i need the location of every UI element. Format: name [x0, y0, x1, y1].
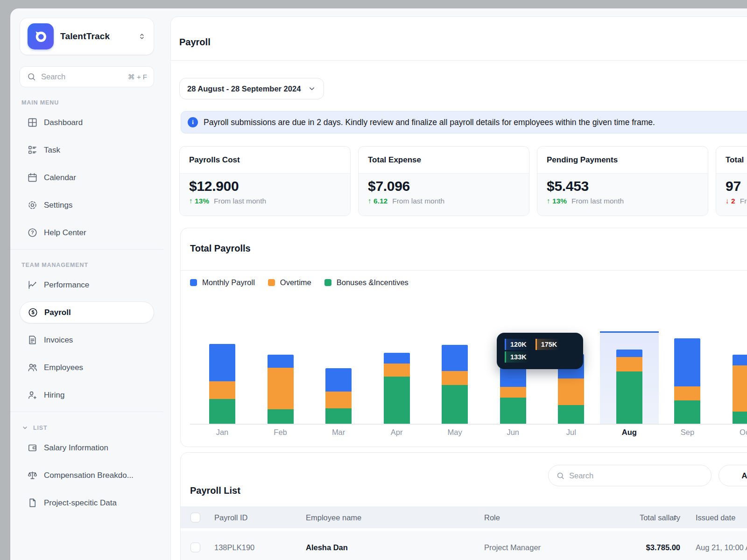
section-label-team-management: TEAM MANAGEMENT [21, 262, 152, 268]
stat-value: $5.453 [547, 178, 698, 194]
stat-caption: From last month [740, 197, 747, 205]
stacked-bar-chart: JanFebMarAprMayJunJulAugSepOct [181, 228, 747, 447]
bar-segment-bonuses-incentives [733, 412, 747, 424]
column-header-role: Role [484, 513, 500, 522]
date-range-select[interactable]: 28 August - 28 September 2024 [179, 78, 324, 99]
cell-role: Project Manager [484, 543, 541, 552]
select-all-checkbox[interactable] [190, 512, 200, 522]
section-label-list[interactable]: LIST [21, 424, 152, 431]
sidebar: TalentTrack Search ⌘ + F MAIN MENUDashbo… [10, 8, 163, 560]
sidebar-item-label: Performance [44, 280, 89, 290]
bar-segment-overtime [442, 371, 468, 385]
row-checkbox[interactable] [190, 543, 200, 553]
tooltip-value: 175K [536, 339, 563, 350]
table-search-input[interactable]: Search [548, 465, 712, 486]
stat-title: Payrolls Cost [180, 147, 350, 174]
sort-icon[interactable] [672, 514, 678, 521]
sidebar-item-payroll[interactable]: $Payroll [20, 301, 154, 323]
bar-segment-bonuses-incentives [384, 377, 410, 424]
info-icon: i [188, 117, 198, 127]
cell-payroll-id: 138PLK190 [214, 543, 254, 552]
bar-segment-monthly-payroll [325, 368, 352, 392]
payroll-icon: $ [28, 307, 38, 318]
sidebar-item-label: Invoices [44, 336, 73, 345]
task-icon [27, 145, 38, 155]
sidebar-item-salary-information[interactable]: Salary Information [20, 434, 154, 462]
sidebar-item-compensation-breakdo[interactable]: Compensation Breakdo... [20, 462, 154, 489]
invoices-icon [27, 335, 38, 345]
bar-sep[interactable] [674, 338, 700, 424]
bar-segment-bonuses-incentives [674, 400, 700, 424]
search-shortcut: ⌘ + F [128, 73, 147, 81]
bar-segment-bonuses-incentives [616, 371, 642, 424]
column-header-employee-name: Employee name [306, 513, 361, 522]
bar-feb[interactable] [268, 355, 294, 424]
payroll-list-title: Payroll List [190, 485, 240, 496]
app-window: TalentTrack Search ⌘ + F MAIN MENUDashbo… [10, 8, 747, 560]
sidebar-item-label: Hiring [44, 391, 64, 400]
bar-jan[interactable] [209, 344, 235, 424]
sidebar-item-label: Salary Information [44, 443, 108, 453]
performance-icon [27, 280, 38, 290]
date-range-value: 28 August - 28 September 2024 [187, 84, 301, 93]
chart-tooltip: 120K175K133K [497, 333, 583, 369]
bar-mar[interactable] [325, 368, 352, 424]
scales-icon [27, 470, 38, 481]
bar-aug[interactable] [616, 350, 642, 424]
month-label-sep: Sep [666, 428, 708, 437]
bar-oct[interactable] [733, 355, 747, 424]
column-header-issued-date: Issued date [696, 513, 735, 522]
sidebar-item-help-center[interactable]: ?Help Center [20, 219, 154, 246]
column-header-total-salary[interactable]: Total sallary [587, 513, 680, 522]
notification-banner: i Payroll submissions are due in 2 days.… [181, 111, 747, 133]
column-header-payroll-id: Payroll ID [214, 513, 248, 522]
help-icon: ? [27, 227, 38, 238]
sidebar-item-invoices[interactable]: Invoices [20, 326, 154, 354]
bar-segment-bonuses-incentives [325, 408, 352, 424]
cell-total-salary: $3.785.00 [587, 543, 680, 552]
sidebar-item-settings[interactable]: Settings [20, 191, 154, 219]
hiring-icon [27, 390, 38, 400]
svg-text:?: ? [31, 230, 34, 235]
month-label-jan: Jan [201, 428, 243, 437]
header-divider [171, 60, 747, 61]
stat-title: Total [716, 147, 747, 174]
sidebar-sections: MAIN MENUDashboardTaskCalendarSettings?H… [20, 99, 154, 517]
sidebar-item-calendar[interactable]: Calendar [20, 164, 154, 191]
chevron-up-down-icon [138, 32, 146, 41]
sidebar-item-label: Compensation Breakdo... [44, 471, 134, 480]
sidebar-item-label: Help Center [44, 228, 86, 238]
file-icon [27, 497, 38, 508]
workspace-switcher[interactable]: TalentTrack [20, 18, 154, 55]
sidebar-divider [10, 249, 163, 250]
settings-icon [27, 200, 38, 210]
cell-issued-date: Aug 21, 10:00 AM [696, 543, 747, 552]
bar-segment-monthly-payroll [268, 355, 294, 368]
sidebar-item-hiring[interactable]: Hiring [20, 381, 154, 409]
table-row[interactable]: 138PLK190 Alesha Dan Project Manager $3.… [181, 531, 747, 560]
search-icon [27, 72, 36, 82]
payroll-list-card: Payroll List Search All Payroll ID Emplo… [180, 452, 747, 560]
bar-segment-bonuses-incentives [558, 405, 584, 424]
cell-employee-name: Alesha Dan [306, 543, 348, 552]
bar-segment-monthly-payroll [209, 344, 235, 381]
stat-caption: From last month [214, 197, 266, 205]
sidebar-item-dashboard[interactable]: Dashboard [20, 109, 154, 136]
bar-segment-overtime [500, 387, 526, 398]
filter-all-button[interactable]: All [719, 465, 747, 486]
employees-icon [27, 362, 38, 373]
month-label-apr: Apr [376, 428, 418, 437]
sidebar-item-task[interactable]: Task [20, 136, 154, 164]
bar-may[interactable] [442, 345, 468, 424]
sidebar-item-performance[interactable]: Performance [20, 271, 154, 299]
sidebar-divider [10, 412, 163, 412]
main-panel: Payroll 28 August - 28 September 2024 i … [170, 16, 747, 560]
tooltip-value: 133K [505, 351, 532, 363]
bar-segment-overtime [384, 364, 410, 377]
stat-delta: ↓ 2 [726, 197, 735, 205]
stat-caption: From last month [571, 197, 624, 205]
sidebar-item-project-specitic-data[interactable]: Project-specitic Data [20, 489, 154, 517]
bar-apr[interactable] [384, 353, 410, 424]
sidebar-search-input[interactable]: Search ⌘ + F [20, 66, 154, 87]
sidebar-item-employees[interactable]: Employees [20, 354, 154, 381]
